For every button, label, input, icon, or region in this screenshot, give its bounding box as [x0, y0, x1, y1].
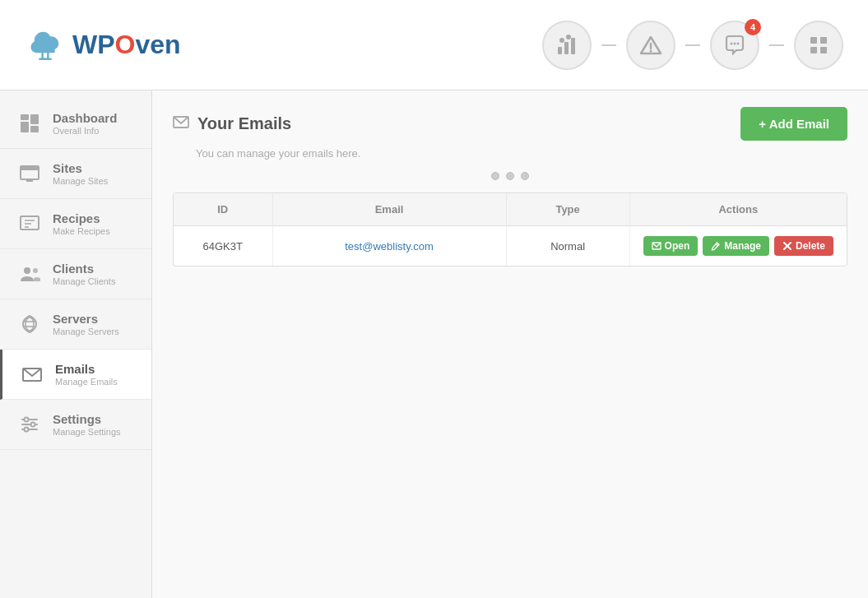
chat-icon — [723, 34, 746, 57]
open-button[interactable]: Open — [643, 236, 699, 256]
col-id: ID — [174, 193, 272, 226]
email-link[interactable]: test@weblisty.com — [345, 240, 434, 253]
svg-point-7 — [650, 49, 652, 52]
warning-button[interactable] — [626, 21, 675, 70]
svg-rect-14 — [820, 47, 827, 53]
sidebar-item-recipes-title: Recipes — [53, 211, 110, 225]
header: WPOven — [0, 0, 868, 90]
svg-rect-20 — [21, 166, 39, 170]
svg-rect-23 — [21, 216, 39, 229]
sidebar-item-dashboard-title: Dashboard — [53, 111, 117, 125]
dot-2 — [506, 172, 514, 180]
grid-button[interactable] — [794, 21, 843, 70]
emails-table-container: ID Email Type Actions 64GK3T test@weblis… — [173, 192, 847, 267]
svg-point-3 — [559, 38, 564, 43]
sidebar-item-emails-subtitle: Manage Emails — [55, 377, 118, 387]
envelope-icon — [652, 241, 661, 251]
col-actions: Actions — [629, 193, 847, 226]
svg-rect-17 — [21, 122, 29, 132]
logo-cloud-icon — [25, 25, 66, 66]
edit-icon — [711, 241, 721, 251]
svg-point-27 — [24, 267, 30, 274]
sidebar-item-dashboard-subtitle: Overall Info — [53, 126, 117, 136]
sidebar-item-sites[interactable]: Sites Manage Sites — [0, 149, 151, 199]
servers-icon — [16, 311, 43, 337]
svg-point-36 — [25, 418, 29, 422]
sidebar-item-emails[interactable]: Emails Manage Emails — [0, 350, 151, 400]
svg-rect-13 — [810, 47, 817, 53]
sidebar-item-sites-title: Sites — [53, 161, 108, 175]
clients-icon — [16, 261, 43, 287]
sidebar-item-clients[interactable]: Clients Manage Clients — [0, 249, 151, 299]
sidebar-item-recipes[interactable]: Recipes Make Recipes — [0, 199, 151, 249]
svg-rect-2 — [571, 38, 575, 54]
dot-1 — [491, 172, 499, 180]
sites-icon — [16, 160, 43, 187]
svg-rect-16 — [30, 114, 39, 124]
page-subtitle: You can manage your emails here. — [196, 147, 847, 160]
connector-1 — [601, 44, 616, 46]
main-content: Your Emails + Add Email You can manage y… — [152, 90, 868, 598]
grid-icon — [808, 35, 829, 56]
warning-icon — [639, 34, 662, 57]
sidebar-item-servers[interactable]: Servers Manage Servers — [0, 299, 151, 350]
row-id: 64GK3T — [174, 226, 272, 267]
stats-icon — [555, 34, 578, 57]
sidebar-item-settings-subtitle: Manage Settings — [53, 427, 121, 437]
emails-icon — [19, 361, 45, 387]
emails-table: ID Email Type Actions 64GK3T test@weblis… — [174, 193, 847, 266]
sidebar-item-sites-subtitle: Manage Sites — [53, 176, 108, 186]
sidebar-item-dashboard[interactable]: Dashboard Overall Info — [0, 99, 151, 149]
table-row: 64GK3T test@weblisty.com Normal Open — [174, 226, 847, 267]
logo: WPOven — [25, 25, 181, 66]
main-layout: Dashboard Overall Info Sites Manage Site… — [0, 90, 868, 598]
page-title-icon — [173, 114, 189, 134]
settings-icon — [16, 411, 43, 438]
row-type: Normal — [506, 226, 629, 267]
connector-2 — [685, 44, 700, 46]
recipes-icon — [16, 211, 43, 237]
col-email: Email — [272, 193, 506, 226]
chat-badge: 4 — [745, 19, 761, 35]
svg-point-29 — [26, 318, 34, 331]
sidebar-item-settings[interactable]: Settings Manage Settings — [0, 400, 151, 450]
sidebar-item-clients-title: Clients — [53, 262, 115, 276]
sidebar-item-clients-subtitle: Manage Clients — [53, 276, 115, 286]
svg-point-37 — [31, 423, 35, 427]
connector-3 — [769, 44, 784, 46]
svg-rect-0 — [558, 47, 562, 54]
table-body: 64GK3T test@weblisty.com Normal Open — [174, 226, 847, 267]
dashboard-icon — [16, 110, 43, 137]
sidebar-item-emails-title: Emails — [55, 362, 118, 376]
action-buttons: Open Manage Delete — [643, 236, 833, 256]
sidebar-item-recipes-subtitle: Make Recipes — [53, 226, 110, 236]
svg-rect-11 — [810, 37, 817, 44]
svg-rect-12 — [820, 37, 827, 44]
stats-button[interactable] — [542, 21, 592, 70]
svg-rect-18 — [30, 126, 39, 132]
svg-point-9 — [734, 42, 736, 44]
col-type: Type — [506, 193, 629, 226]
row-email: test@weblisty.com — [272, 226, 506, 267]
svg-rect-15 — [21, 114, 29, 120]
sidebar: Dashboard Overall Info Sites Manage Site… — [0, 90, 152, 598]
header-icons: 4 — [542, 21, 843, 70]
logo-text: WPOven — [72, 30, 181, 59]
sidebar-item-servers-title: Servers — [53, 312, 119, 326]
svg-point-8 — [731, 42, 733, 44]
dot-3 — [521, 172, 529, 180]
svg-point-38 — [25, 428, 29, 432]
manage-button[interactable]: Manage — [703, 236, 769, 256]
svg-point-10 — [737, 42, 740, 44]
svg-line-41 — [716, 244, 718, 247]
divider-dots — [173, 172, 847, 180]
svg-rect-1 — [564, 42, 569, 54]
sidebar-item-servers-subtitle: Manage Servers — [53, 327, 119, 336]
add-email-button[interactable]: + Add Email — [740, 107, 847, 141]
row-actions: Open Manage Delete — [629, 226, 847, 267]
delete-button[interactable]: Delete — [774, 236, 833, 256]
svg-point-28 — [33, 268, 38, 273]
sidebar-item-settings-title: Settings — [53, 412, 121, 426]
chat-button[interactable]: 4 — [710, 21, 759, 70]
x-icon — [782, 241, 792, 251]
